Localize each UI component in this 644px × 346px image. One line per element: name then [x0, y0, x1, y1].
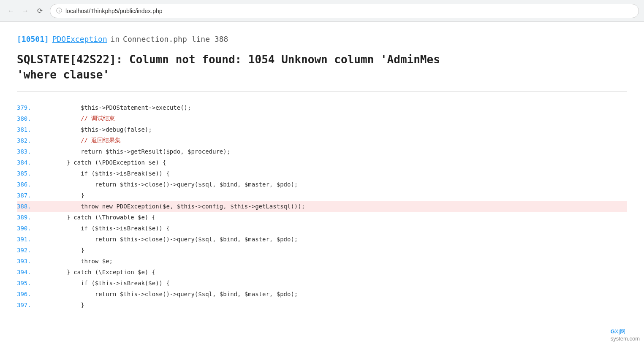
code-line: 385. if ($this->isBreak($e)) { [17, 168, 627, 179]
back-button[interactable]: ← [5, 5, 17, 17]
code-line: 386. return $this->close()->query($sql, … [17, 179, 627, 190]
error-code: [10501] [17, 35, 49, 43]
line-content: return $this->close()->query($sql, $bind… [38, 236, 298, 243]
code-line: 396. return $this->close()->query($sql, … [17, 289, 627, 300]
code-line: 388. throw new PDOException($e, $this->c… [17, 201, 627, 212]
line-content: throw new PDOException($e, $this->config… [38, 203, 305, 210]
info-icon: ⓘ [56, 7, 62, 15]
line-number: 390. [17, 225, 38, 232]
line-content: // 调试结束 [38, 115, 115, 122]
line-number: 381. [17, 126, 38, 133]
code-line: 384. } catch (\PDOException $e) { [17, 157, 627, 168]
code-line: 393. throw $e; [17, 256, 627, 267]
error-header: [10501] PDOException in Connection.php l… [17, 35, 627, 43]
line-content: } [38, 302, 84, 308]
line-content: // 返回结果集 [38, 137, 121, 144]
error-file: Connection.php line 388 [123, 35, 228, 43]
code-line: 390. if ($this->isBreak($e)) { [17, 223, 627, 234]
line-content: return $this->close()->query($sql, $bind… [38, 291, 298, 297]
line-number: 387. [17, 192, 38, 199]
line-number: 383. [17, 148, 38, 155]
line-number: 397. [17, 302, 38, 308]
code-line: 397. } [17, 300, 627, 311]
line-number: 389. [17, 214, 38, 221]
line-content: } [38, 247, 84, 254]
line-content: if ($this->isBreak($e)) { [38, 170, 170, 177]
page-content: [10501] PDOException in Connection.php l… [0, 22, 644, 323]
address-bar[interactable]: ⓘ localhost/Thinkphp5/public/index.php [50, 4, 639, 18]
error-message-line1: SQLSTATE[42S22]: Column not found: 1054 … [17, 52, 627, 67]
line-content: } catch (\Throwable $e) { [38, 214, 155, 221]
line-number: 394. [17, 269, 38, 276]
forward-button[interactable]: → [19, 5, 31, 17]
url-text: localhost/Thinkphp5/public/index.php [65, 8, 163, 14]
line-number: 393. [17, 258, 38, 265]
line-number: 392. [17, 247, 38, 254]
line-number: 391. [17, 236, 38, 243]
code-line: 379. $this->PDOStatement->execute(); [17, 102, 627, 113]
code-block: 379. $this->PDOStatement->execute();380.… [17, 102, 627, 311]
code-line: 394. } catch (\Exception $e) { [17, 267, 627, 278]
code-line: 382. // 返回结果集 [17, 135, 627, 146]
code-line: 392. } [17, 245, 627, 256]
line-number: 385. [17, 170, 38, 177]
code-line: 387. } [17, 190, 627, 201]
line-number: 395. [17, 280, 38, 287]
error-exception[interactable]: PDOException [52, 35, 107, 43]
line-content: } catch (\Exception $e) { [38, 269, 155, 276]
line-content: return $this->close()->query($sql, $bind… [38, 181, 298, 188]
line-content: $this->PDOStatement->execute(); [38, 104, 191, 111]
line-number: 379. [17, 104, 38, 111]
error-in-keyword: in [111, 35, 120, 43]
code-line: 389. } catch (\Throwable $e) { [17, 212, 627, 223]
error-message: SQLSTATE[42S22]: Column not found: 1054 … [17, 52, 627, 92]
code-line: 395. if ($this->isBreak($e)) { [17, 278, 627, 289]
line-content: if ($this->isBreak($e)) { [38, 280, 170, 287]
code-line: 391. return $this->close()->query($sql, … [17, 234, 627, 245]
line-content: } catch (\PDOException $e) { [38, 159, 166, 166]
line-number: 386. [17, 181, 38, 188]
line-number: 388. [17, 203, 38, 210]
error-message-line2: 'where clause' [17, 67, 627, 82]
line-number: 380. [17, 115, 38, 122]
code-line: 381. $this->debug(false); [17, 124, 627, 135]
line-number: 384. [17, 159, 38, 166]
browser-chrome: ← → ⟳ ⓘ localhost/Thinkphp5/public/index… [0, 0, 644, 22]
nav-buttons: ← → ⟳ [5, 5, 46, 17]
code-line: 380. // 调试结束 [17, 113, 627, 124]
line-content: $this->debug(false); [38, 126, 152, 133]
code-line: 383. return $this->getResult($pdo, $proc… [17, 146, 627, 157]
line-content: throw $e; [38, 258, 113, 265]
line-content: } [38, 192, 84, 199]
line-content: if ($this->isBreak($e)) { [38, 225, 170, 232]
line-number: 382. [17, 137, 38, 144]
reload-button[interactable]: ⟳ [34, 5, 46, 17]
line-content: return $this->getResult($pdo, $procedure… [38, 148, 230, 155]
line-number: 396. [17, 291, 38, 297]
